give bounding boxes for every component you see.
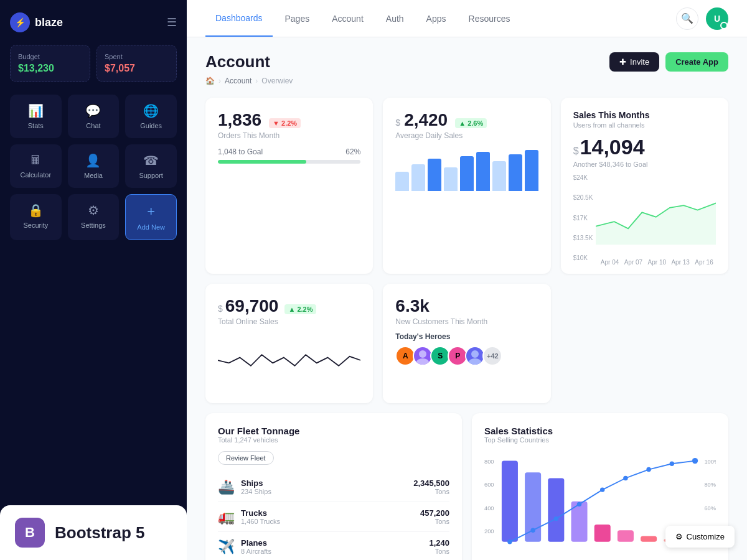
svg-point-19 [577,502,581,506]
heroes-section: Today's Heroes A S P [395,332,538,366]
customers-label: New Customers This Month [395,317,538,326]
breadcrumb-home[interactable]: 🏠 [205,77,215,85]
svg-rect-12 [594,525,611,542]
planes-icon: ✈️ [218,539,235,555]
line-chart-svg [596,174,716,255]
bar-5 [460,156,474,191]
top-nav-right: 🔍 U [676,7,728,30]
planes-info: Planes 8 Aircrafts [241,538,423,555]
tab-dashboards[interactable]: Dashboards [205,0,273,37]
svg-text:60%: 60% [704,505,716,511]
line-chart-container: $24K $20.5K $17K $13.5K $10K [573,174,716,261]
fleet-row-planes: ✈️ Planes 8 Aircrafts 1,240 Tons [218,532,449,560]
bar-7 [492,161,506,191]
tab-auth[interactable]: Auth [376,7,414,30]
ships-count: 234 Ships [241,488,407,495]
svg-point-3 [469,358,481,365]
svg-point-22 [646,467,651,472]
sidebar-item-calculator[interactable]: 🖩 Calculator [10,144,62,188]
fleet-subtitle: Total 1,247 vehicles [218,436,449,444]
tab-apps[interactable]: Apps [416,7,456,30]
sidebar-item-add-new[interactable]: + Add New [125,194,177,240]
svg-point-24 [692,458,698,464]
header-actions: ✚ Invite Create App [609,52,728,72]
svg-point-21 [623,476,627,480]
bar-chart-mini [395,147,538,191]
sidebar: ⚡ blaze ☰ Budget $13,230 Spent $7,057 📊 … [0,0,187,560]
svg-rect-13 [618,530,634,542]
sidebar-item-stats[interactable]: 📊 Stats [10,95,62,138]
logo-icon: ⚡ [10,12,30,32]
progress-bar [218,160,360,164]
stats-grid: 1,836 ▼ 2.2% Orders This Month 1,048 to … [205,98,728,274]
top-nav: Dashboards Pages Account Auth Apps Resou… [187,0,747,37]
search-button[interactable]: 🔍 [676,7,698,30]
svg-rect-14 [641,536,657,542]
guides-icon: 🌐 [143,103,159,118]
invite-button[interactable]: ✚ Invite [609,52,659,72]
stats-label: Stats [28,122,44,129]
svg-text:200: 200 [484,528,494,534]
trucks-icon: 🚛 [218,509,235,525]
budget-card: Budget $13,230 [10,45,90,82]
svg-text:800: 800 [484,459,494,465]
total-number: 69,700 [225,296,279,316]
sidebar-item-security[interactable]: 🔒 Security [10,194,62,240]
chat-icon: 💬 [85,103,101,118]
tab-account[interactable]: Account [322,7,374,30]
x-label-3: Apr 10 [648,259,666,266]
sidebar-item-media[interactable]: 👤 Media [68,144,120,188]
ships-num: 2,345,500 [413,478,449,488]
budget-cards: Budget $13,230 Spent $7,057 [10,45,177,82]
sidebar-item-guides[interactable]: 🌐 Guides [125,95,177,138]
sales-month-subtitle: Users from all channels [573,121,716,129]
page-content: Account ✚ Invite Create App 🏠 › Account … [187,37,747,560]
y-label-1: $24K [573,174,593,181]
hero-avatar-more: +42 [482,346,502,366]
settings-label: Settings [81,222,106,229]
sidebar-item-settings[interactable]: ⚙ Settings [68,194,120,240]
bar-4 [444,167,458,192]
spent-card: Spent $7,057 [96,45,177,82]
hero-img-2 [414,347,431,365]
tab-pages[interactable]: Pages [275,7,320,30]
logo-area: ⚡ blaze [10,12,63,32]
customers-number: 6.3k [395,296,430,316]
total-badge: ▲ 2.2% [284,304,316,314]
orders-badge: ▼ 2.2% [269,118,301,128]
sidebar-item-chat[interactable]: 💬 Chat [68,95,120,138]
menu-icon[interactable]: ☰ [167,16,177,29]
media-label: Media [84,172,103,179]
sidebar-item-support[interactable]: ☎ Support [125,144,177,188]
sales-stats-title: Sales Statistics [484,426,716,436]
breadcrumb-account[interactable]: Account [225,77,251,85]
svg-rect-8 [502,461,518,542]
total-sales-card: $ 69,700 ▲ 2.2% Total Online Sales [205,284,373,403]
avg-badge: ▲ 2.6% [455,118,487,128]
orders-label: Orders This Month [218,131,360,140]
orders-value-row: 1,836 ▼ 2.2% [218,110,360,131]
customize-icon: ⚙ [675,532,683,541]
create-app-button[interactable]: Create App [665,52,728,72]
svg-rect-10 [548,478,564,542]
breadcrumb: 🏠 › Account › Overwiev [205,77,728,85]
page-title: Account [205,52,270,72]
bar-8 [509,154,522,192]
svg-text:100%: 100% [704,459,716,465]
tab-resources[interactable]: Resources [459,7,520,30]
calculator-label: Calculator [21,171,52,179]
sales-sub-text: Another $48,346 to Goal [573,161,716,168]
sales-big-value-row: $ 14,094 [573,135,716,159]
x-label-5: Apr 16 [695,259,713,266]
calculator-icon: 🖩 [29,153,42,167]
review-fleet-button[interactable]: Review Fleet [218,451,274,465]
line-chart-y-labels: $24K $20.5K $17K $13.5K $10K [573,174,593,261]
customize-button[interactable]: ⚙ Customize [665,526,735,548]
bar-6 [476,152,490,191]
heroes-label: Today's Heroes [395,332,538,341]
planes-num: 1,240 [429,538,449,548]
grid-nav: 📊 Stats 💬 Chat 🌐 Guides 🖩 Calculator 👤 M… [10,95,177,240]
svg-point-1 [416,358,429,365]
sales-prefix: $ [573,146,579,157]
user-avatar[interactable]: U [706,7,728,30]
